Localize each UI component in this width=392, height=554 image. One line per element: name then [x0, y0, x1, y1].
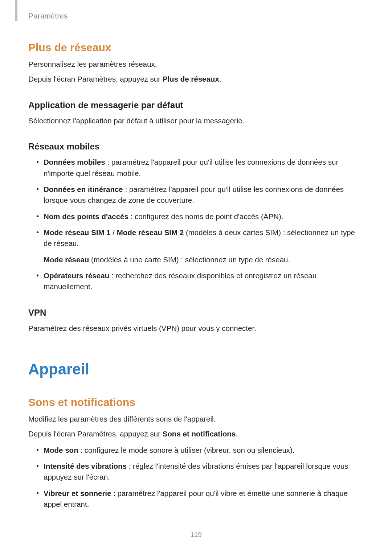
- page-number: 119: [0, 531, 392, 539]
- list-item: Opérateurs réseau : recherchez des résea…: [36, 270, 364, 292]
- text-bold: Mode réseau SIM 1: [44, 228, 111, 237]
- list-item: Données mobiles : paramétrez l'appareil …: [36, 157, 364, 179]
- text: : configurez des noms de point d'accès (…: [128, 212, 283, 221]
- text-bold: Mode réseau SIM 2: [117, 228, 184, 237]
- text-bold: Données en itinérance: [44, 185, 123, 193]
- text: .: [219, 75, 221, 83]
- list-item: Vibreur et sonnerie : paramétrez l'appar…: [36, 488, 364, 510]
- text: Depuis l'écran Paramètres, appuyez sur: [28, 430, 163, 438]
- text-bold: Vibreur et sonnerie: [44, 489, 111, 497]
- text-bold: Opérateurs réseau: [44, 271, 109, 280]
- text: /: [111, 228, 117, 237]
- top-rule: [15, 0, 17, 21]
- text-bold: Nom des points d'accès: [44, 212, 128, 221]
- text: : configurez le mode sonore à utiliser (…: [78, 446, 295, 454]
- list-item: Mode réseau SIM 1 / Mode réseau SIM 2 (m…: [36, 227, 364, 265]
- bullet-list-sons: Mode son : configurez le mode sonore à u…: [28, 445, 364, 510]
- text: Depuis l'écran Paramètres, appuyez sur: [28, 75, 163, 83]
- text-bold: Sons et notifications: [163, 430, 236, 438]
- subheading-mobile-networks: Réseaux mobiles: [28, 141, 364, 152]
- list-item: Données en itinérance : paramétrez l'app…: [36, 184, 364, 206]
- list-item: Intensité des vibrations : réglez l'inte…: [36, 461, 364, 483]
- subheading-default-msg-app: Application de messagerie par défaut: [28, 100, 364, 110]
- text-bold: Intensité des vibrations: [44, 462, 127, 470]
- list-item: Mode son : configurez le mode sonore à u…: [36, 445, 364, 456]
- text-bold: Mode son: [44, 446, 78, 454]
- text-bold: Mode réseau: [44, 255, 89, 264]
- heading-plus-de-reseaux: Plus de réseaux: [28, 41, 364, 54]
- heading-sons-notifications: Sons et notifications: [28, 396, 364, 409]
- text: .: [236, 430, 238, 438]
- text-bold: Données mobiles: [44, 158, 105, 166]
- heading-appareil: Appareil: [28, 361, 364, 378]
- subheading-vpn: VPN: [28, 308, 364, 318]
- breadcrumb: Paramètres: [28, 12, 364, 20]
- paragraph: Personnalisez les paramètres réseaux.: [28, 59, 364, 70]
- paragraph: Depuis l'écran Paramètres, appuyez sur S…: [28, 428, 364, 440]
- paragraph: Depuis l'écran Paramètres, appuyez sur P…: [28, 74, 364, 85]
- document-page: Paramètres Plus de réseaux Personnalisez…: [0, 0, 392, 554]
- text: (modèles à une carte SIM) : sélectionnez…: [89, 255, 290, 264]
- bullet-list-mobile-networks: Données mobiles : paramétrez l'appareil …: [28, 157, 364, 292]
- paragraph: Modifiez les paramètres des différents s…: [28, 414, 364, 425]
- paragraph: Sélectionnez l'application par défaut à …: [28, 115, 364, 127]
- paragraph: Paramétrez des réseaux privés virtuels (…: [28, 323, 364, 334]
- list-item: Nom des points d'accès : configurez des …: [36, 211, 364, 222]
- text-bold: Plus de réseaux: [163, 75, 219, 83]
- sub-paragraph: Mode réseau (modèles à une carte SIM) : …: [44, 254, 364, 265]
